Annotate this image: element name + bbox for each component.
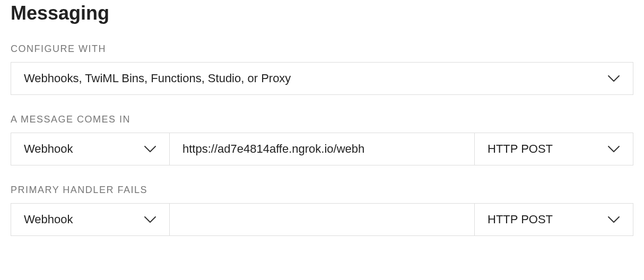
- message-comes-in-method-select[interactable]: HTTP POST: [474, 133, 633, 165]
- chevron-down-icon: [607, 216, 620, 223]
- configure-with-value: Webhooks, TwiML Bins, Functions, Studio,…: [24, 72, 291, 85]
- message-comes-in-url-input[interactable]: [170, 133, 474, 165]
- configure-with-select[interactable]: Webhooks, TwiML Bins, Functions, Studio,…: [11, 62, 633, 95]
- configure-with-label: CONFIGURE WITH: [11, 43, 633, 55]
- message-comes-in-method-value: HTTP POST: [488, 142, 553, 156]
- primary-handler-fails-row: Webhook HTTP POST: [11, 203, 633, 236]
- message-comes-in-handler-select[interactable]: Webhook: [11, 133, 170, 165]
- primary-handler-fails-label: PRIMARY HANDLER FAILS: [11, 185, 633, 196]
- message-comes-in-handler-value: Webhook: [24, 142, 73, 156]
- message-comes-in-label: A MESSAGE COMES IN: [11, 114, 633, 125]
- chevron-down-icon: [144, 145, 156, 153]
- page-title: Messaging: [11, 2, 633, 24]
- primary-handler-fails-url-input[interactable]: [170, 203, 474, 236]
- primary-handler-fails-method-select[interactable]: HTTP POST: [474, 203, 633, 236]
- message-comes-in-row: Webhook HTTP POST: [11, 133, 633, 165]
- primary-handler-fails-handler-select[interactable]: Webhook: [11, 203, 170, 236]
- chevron-down-icon: [144, 216, 156, 223]
- primary-handler-fails-handler-value: Webhook: [24, 213, 73, 226]
- primary-handler-fails-method-value: HTTP POST: [488, 213, 553, 226]
- chevron-down-icon: [607, 145, 620, 153]
- chevron-down-icon: [607, 75, 620, 82]
